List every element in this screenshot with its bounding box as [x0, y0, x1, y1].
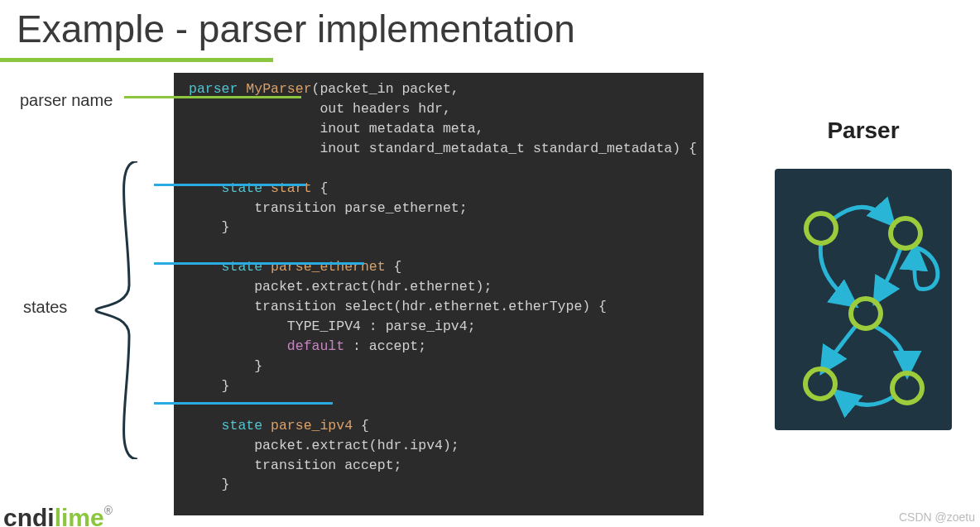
curly-brace-icon	[88, 161, 154, 459]
code-text: transition parse_ethernet;	[254, 200, 467, 216]
code-text: packet.extract(hdr.ethernet);	[254, 279, 492, 295]
code-text: : accept;	[344, 338, 426, 354]
kw-state: state	[222, 418, 263, 434]
annotation-states: states	[23, 298, 67, 317]
connector-state-start	[154, 184, 306, 186]
edge-icon	[834, 207, 892, 223]
code-block: parser MyParser(packet_in packet, out he…	[174, 73, 704, 515]
state-node-icon	[891, 218, 920, 248]
edge-icon	[874, 326, 907, 374]
connector-state-ipv4	[154, 402, 333, 405]
state-node-icon	[806, 213, 836, 243]
code-text: inout metadata meta,	[319, 121, 483, 137]
state-node-icon	[805, 369, 835, 399]
code-text: inout standard_metadata_t standard_metad…	[319, 141, 696, 156]
title-underline	[0, 58, 273, 62]
state-start: start	[271, 180, 312, 196]
kw-state: state	[222, 180, 263, 196]
kw-default: default	[287, 338, 344, 354]
edge-self-loop-icon	[915, 247, 938, 289]
state-node-icon	[892, 373, 922, 403]
state-node-icon	[851, 299, 881, 328]
slide: Example - parser implementation parser n…	[0, 0, 980, 527]
code-text: transition select(hdr.ethernet.etherType…	[254, 299, 607, 314]
brand-logo: cndilime®	[3, 504, 113, 527]
connector-state-ethernet	[154, 262, 364, 265]
kw-parser: parser	[189, 81, 238, 97]
graph-svg	[775, 169, 952, 430]
watermark-text: CSDN @zoetu	[899, 510, 975, 524]
parser-diagram-panel: Parser	[775, 117, 952, 430]
parser-identifier: MyParser	[246, 81, 311, 97]
edge-icon	[820, 243, 854, 304]
page-title: Example - parser implementation	[17, 7, 575, 51]
edge-icon	[836, 392, 894, 405]
code-text: packet.extract(hdr.ipv4);	[254, 438, 459, 453]
state-parse-ipv4: parse_ipv4	[271, 418, 353, 434]
logo-part1: cndi	[3, 504, 55, 527]
code-text: transition accept;	[254, 458, 401, 473]
annotation-parser-name: parser name	[20, 91, 113, 110]
code-text: out headers hdr,	[319, 101, 450, 117]
parser-diagram-title: Parser	[775, 117, 952, 144]
edge-icon	[876, 248, 901, 301]
code-text: TYPE_IPV4 : parse_ipv4;	[287, 319, 476, 334]
connector-parser-name	[124, 96, 301, 98]
edge-icon	[823, 326, 856, 371]
logo-registered: ®	[104, 504, 113, 517]
code-text: (packet_in packet,	[312, 81, 459, 97]
parser-state-machine-diagram	[775, 169, 952, 430]
logo-part2: lime	[55, 504, 104, 527]
